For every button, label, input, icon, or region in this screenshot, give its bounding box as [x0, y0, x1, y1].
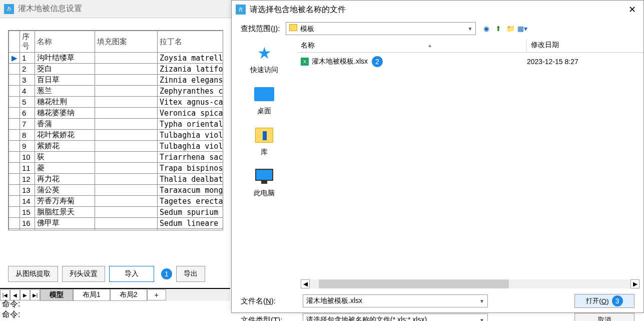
open-button[interactable]: 打开(O) 3	[574, 294, 634, 308]
cell-seq[interactable]: 6	[20, 108, 35, 119]
cell-seq[interactable]: 8	[20, 130, 35, 141]
cell-pattern[interactable]	[95, 97, 158, 108]
place-this-pc[interactable]: 此电脑	[254, 166, 275, 198]
cell-seq[interactable]: 13	[20, 185, 35, 196]
table-row[interactable]: 4 葱兰 Zephyranthes c	[9, 86, 224, 97]
cell-latin[interactable]: Tagetes erecta	[158, 196, 224, 207]
col-latin[interactable]: 拉丁名	[158, 31, 224, 53]
cell-pattern[interactable]	[95, 86, 158, 97]
cell-latin[interactable]: Sedum lineare	[158, 218, 224, 229]
cell-latin[interactable]: Triarrhena sac	[158, 152, 224, 163]
cell-latin[interactable]: Zizania latifo	[158, 64, 224, 75]
header-name-col[interactable]: 名称 ▲	[297, 39, 527, 52]
table-row[interactable]: 16 佛甲草 Sedum lineare	[9, 218, 224, 229]
table-row[interactable]: 9 紫娇花 Tulbaghia viol	[9, 141, 224, 152]
column-settings-button[interactable]: 列头设置	[62, 266, 105, 282]
cell-seq[interactable]: 2	[20, 64, 35, 75]
cell-name[interactable]: 佛甲草	[35, 218, 95, 229]
cell-seq[interactable]: 12	[20, 174, 35, 185]
scroll-left-icon[interactable]: ◀	[301, 279, 310, 288]
close-icon[interactable]: ✕	[624, 2, 639, 17]
file-item[interactable]: X 灌木地被模板.xlsx 2 2023-12-15 8:27	[297, 55, 643, 69]
horizontal-scrollbar[interactable]: ◀ ▶	[301, 279, 639, 289]
folder-path-combo[interactable]: 模板 ▼	[286, 22, 476, 35]
cell-pattern[interactable]	[95, 207, 158, 218]
cell-name[interactable]: 茭白	[35, 64, 95, 75]
cell-seq[interactable]: 1	[20, 53, 35, 64]
place-quick-access[interactable]: ★ 快速访问	[250, 43, 278, 75]
col-pattern[interactable]: 填充图案	[95, 31, 158, 53]
cell-name[interactable]: 葱兰	[35, 86, 95, 97]
cell-seq[interactable]: 10	[20, 152, 35, 163]
cell-seq[interactable]: 5	[20, 97, 35, 108]
cell-seq[interactable]: 9	[20, 141, 35, 152]
cell-pattern[interactable]	[95, 75, 158, 86]
cell-latin[interactable]: Vitex agnus-ca	[158, 97, 224, 108]
cell-latin[interactable]: Typha oriental	[158, 119, 224, 130]
cell-pattern[interactable]	[95, 141, 158, 152]
import-button[interactable]: 导入	[109, 266, 154, 282]
table-row[interactable]: 15 胭脂红景天 Sedum spurium	[9, 207, 224, 218]
table-row[interactable]: 13 蒲公英 Taraxacum mong	[9, 185, 224, 196]
table-row[interactable]: 11 菱 Trapa bispinos	[9, 163, 224, 174]
table-row[interactable]: 17 藨草水葱 SCIRPUS VALIDU	[9, 229, 224, 231]
table-row[interactable]: 7 香蒲 Typha oriental	[9, 119, 224, 130]
cell-pattern[interactable]	[95, 108, 158, 119]
back-icon[interactable]: ◉	[482, 24, 491, 33]
cell-seq[interactable]: 14	[20, 196, 35, 207]
cell-seq[interactable]: 15	[20, 207, 35, 218]
table-row[interactable]: ▶ 1 沟叶结缕草 Zoysia matrell	[9, 53, 224, 64]
cell-pattern[interactable]	[95, 174, 158, 185]
scroll-thumb[interactable]	[319, 279, 509, 288]
cell-name[interactable]: 菱	[35, 163, 95, 174]
cell-latin[interactable]: Tulbaghia viol	[158, 141, 224, 152]
new-folder-icon[interactable]: 📁	[506, 24, 515, 33]
cell-seq[interactable]: 16	[20, 218, 35, 229]
table-row[interactable]: 10 荻 Triarrhena sac	[9, 152, 224, 163]
cell-name[interactable]: 再力花	[35, 174, 95, 185]
cell-latin[interactable]: Thalia dealbat	[158, 174, 224, 185]
table-row[interactable]: 2 茭白 Zizania latifo	[9, 64, 224, 75]
cell-seq[interactable]: 7	[20, 119, 35, 130]
cell-latin[interactable]: Veronica spica	[158, 108, 224, 119]
cell-seq[interactable]: 17	[20, 229, 35, 231]
cell-pattern[interactable]	[95, 130, 158, 141]
cell-name[interactable]: 胭脂红景天	[35, 207, 95, 218]
table-row[interactable]: 12 再力花 Thalia dealbat	[9, 174, 224, 185]
extract-from-drawing-button[interactable]: 从图纸提取	[8, 266, 58, 282]
scroll-right-icon[interactable]: ▶	[630, 279, 639, 288]
cell-pattern[interactable]	[95, 53, 158, 64]
cell-pattern[interactable]	[95, 152, 158, 163]
cell-latin[interactable]: Tulbaghia viol	[158, 130, 224, 141]
table-row[interactable]: 6 穗花婆婆纳 Veronica spica	[9, 108, 224, 119]
cell-latin[interactable]: Sedum spurium	[158, 207, 224, 218]
cell-name[interactable]: 芳香万寿菊	[35, 196, 95, 207]
cell-name[interactable]: 花叶紫娇花	[35, 130, 95, 141]
cell-latin[interactable]: SCIRPUS VALIDU	[158, 229, 224, 231]
up-folder-icon[interactable]: ⬆	[494, 24, 503, 33]
cell-name[interactable]: 荻	[35, 152, 95, 163]
table-row[interactable]: 8 花叶紫娇花 Tulbaghia viol	[9, 130, 224, 141]
cell-pattern[interactable]	[95, 185, 158, 196]
cell-seq[interactable]: 4	[20, 86, 35, 97]
cell-latin[interactable]: Trapa bispinos	[158, 163, 224, 174]
cancel-button[interactable]: 取消	[574, 313, 634, 321]
table-row[interactable]: 3 百日草 Zinnia elegans	[9, 75, 224, 86]
cell-pattern[interactable]	[95, 163, 158, 174]
filetype-combo[interactable]: 请选择包含地被名称的文件(*.xls;*.xlsx) ▼	[303, 313, 488, 321]
cell-latin[interactable]: Zinnia elegans	[158, 75, 224, 86]
cell-name[interactable]: 穗花婆婆纳	[35, 108, 95, 119]
cell-pattern[interactable]	[95, 119, 158, 130]
cell-seq[interactable]: 11	[20, 163, 35, 174]
cell-name[interactable]: 香蒲	[35, 119, 95, 130]
cell-pattern[interactable]	[95, 218, 158, 229]
cell-pattern[interactable]	[95, 229, 158, 231]
table-row[interactable]: 5 穗花牡荆 Vitex agnus-ca	[9, 97, 224, 108]
cell-seq[interactable]: 3	[20, 75, 35, 86]
cell-name[interactable]: 紫娇花	[35, 141, 95, 152]
scroll-track[interactable]	[310, 279, 630, 288]
export-button[interactable]: 导出	[176, 266, 205, 282]
cell-pattern[interactable]	[95, 196, 158, 207]
cell-name[interactable]: 沟叶结缕草	[35, 53, 95, 64]
cell-latin[interactable]: Zoysia matrell	[158, 53, 224, 64]
